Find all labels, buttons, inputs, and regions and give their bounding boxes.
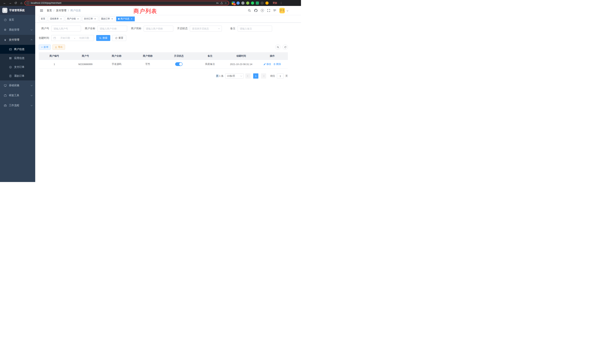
refresh-table-button[interactable]	[283, 44, 288, 50]
sidebar-item-home[interactable]: 首页	[0, 15, 35, 25]
tab-home[interactable]: 首页	[39, 17, 47, 21]
extension-green-icon[interactable]	[251, 1, 254, 5]
browser-reload-button[interactable]	[13, 0, 19, 6]
search-button[interactable]: 搜索	[96, 35, 110, 41]
breadcrumb-merchant-info: 商户信息	[70, 9, 81, 12]
tags-view: 首页 流程表单 用户分组 支付订单 退款订单 商户信息	[35, 15, 301, 23]
monitor-icon	[4, 84, 7, 87]
goto-page-input[interactable]	[277, 74, 283, 78]
chevron-up-icon	[31, 39, 33, 41]
tab-process-form[interactable]: 流程表单	[48, 17, 64, 21]
start-date-placeholder[interactable]: 开始日期	[57, 36, 73, 40]
close-icon[interactable]	[111, 18, 113, 20]
table-row: 1 M233666999 芋道源码 芋艿 我是备注 2021-10-23 08:…	[39, 60, 288, 69]
browser-update-button[interactable]: 更新	[271, 1, 279, 5]
refresh-icon	[115, 37, 118, 39]
sidebar-item-merchant-info[interactable]: 商户信息	[0, 45, 35, 54]
page-size-select[interactable]: 10条/页	[225, 73, 244, 79]
grid-icon	[9, 57, 12, 60]
edit-button[interactable]: 修改	[264, 63, 271, 66]
refresh-icon	[284, 46, 287, 48]
sidebar-item-pay-order[interactable]: 支付订单	[0, 63, 35, 72]
close-icon[interactable]	[94, 18, 96, 20]
chevron-down-icon	[31, 104, 33, 106]
sidebar-item-workflow[interactable]: 工作流程	[0, 100, 35, 110]
extension-blue-icon[interactable]	[236, 1, 240, 5]
status-toggle[interactable]	[175, 62, 183, 66]
browser-home-button[interactable]: ⌂	[19, 0, 24, 6]
sidebar-item-refund-order[interactable]: 退款订单	[0, 72, 35, 80]
close-icon[interactable]	[130, 18, 133, 20]
cell-full-name: 芋道源码	[101, 60, 132, 68]
toggle-search-button[interactable]	[275, 44, 280, 50]
extension-avatar-icon[interactable]	[246, 1, 249, 5]
password-key-icon[interactable]	[216, 2, 219, 4]
search-icon[interactable]	[248, 9, 251, 12]
next-page-button[interactable]	[261, 73, 266, 79]
annotation-title: 商户列表	[133, 7, 157, 15]
delete-button[interactable]: 删除	[273, 63, 281, 66]
close-icon[interactable]	[77, 18, 79, 20]
share-icon[interactable]	[220, 2, 223, 4]
cell-remark: 我是备注	[194, 60, 226, 68]
logo-avatar	[2, 8, 7, 13]
merchant-no-input[interactable]	[54, 27, 79, 30]
font-size-icon[interactable]: TT	[273, 9, 276, 12]
user-avatar[interactable]	[279, 8, 285, 13]
browser-forward-button[interactable]: →	[7, 0, 13, 6]
page-number-button[interactable]: 1	[253, 73, 258, 79]
tab-merchant-info[interactable]: 商户信息	[116, 17, 135, 21]
app-logo[interactable]: 芋道管理系统	[0, 6, 35, 15]
site-info-icon[interactable]: i	[27, 2, 29, 4]
page-content: 商户号 商户全称 商户简称 开启状态	[39, 23, 288, 79]
address-bar[interactable]: i localhost:1024/pay/merchant ☆	[24, 1, 229, 5]
status-select[interactable]	[190, 26, 222, 32]
bookmark-star-icon[interactable]: ☆	[225, 1, 227, 4]
tab-user-group[interactable]: 用户分组	[65, 17, 81, 21]
export-button[interactable]: 导出	[53, 44, 65, 50]
calendar-icon	[53, 37, 56, 39]
merchant-table: 商户编号 商户号 商户全称 商户简称 开启状态 备注 创建时间 操作 1 M23…	[39, 52, 288, 69]
sidebar: 芋道管理系统 首页 ⚙ 系统管理 ¥ 支付管理	[0, 6, 35, 182]
end-date-placeholder[interactable]: 结束日期	[76, 36, 92, 40]
gear-icon: ⚙	[4, 28, 7, 32]
sidebar-item-app-info[interactable]: 应用信息	[0, 54, 35, 63]
github-icon[interactable]	[254, 9, 258, 12]
tab-pay-order[interactable]: 支付订单	[82, 17, 98, 21]
remark-input[interactable]	[240, 27, 270, 30]
help-icon[interactable]: ?	[261, 9, 264, 12]
browser-back-button[interactable]: ←	[2, 0, 7, 6]
search-icon	[277, 46, 279, 48]
profile-icon[interactable]	[265, 1, 269, 5]
reset-button[interactable]: 重置	[112, 35, 126, 41]
sidebar-item-infrastructure[interactable]: 基础设施	[0, 80, 35, 90]
sidebar-item-system[interactable]: ⚙ 系统管理	[0, 25, 35, 35]
add-button[interactable]: + 新增	[39, 44, 51, 50]
prev-page-button[interactable]	[245, 73, 251, 79]
fullscreen-icon[interactable]	[267, 9, 270, 12]
pagination: 共 1 条 10条/页 1 前往 页	[39, 73, 288, 79]
trash-icon	[273, 63, 276, 65]
sidebar-item-dev-tools[interactable]: 研发工具	[0, 90, 35, 100]
hamburger-icon[interactable]	[38, 9, 45, 12]
avatar-caret-icon[interactable]	[287, 10, 288, 11]
close-icon[interactable]	[60, 18, 62, 20]
extension-gray-icon[interactable]	[241, 1, 245, 5]
date-range-picker[interactable]: 开始日期 - 结束日期	[51, 35, 94, 41]
extension-green-square-icon[interactable]	[256, 1, 259, 5]
breadcrumb-home[interactable]: 首页	[47, 9, 52, 12]
tab-refund-order[interactable]: 退款订单	[99, 17, 115, 21]
app-title: 芋道管理系统	[9, 9, 25, 12]
extension-puzzle-icon[interactable]: 10	[232, 1, 235, 5]
status-label: 开启状态	[177, 27, 190, 30]
extension-pin-icon[interactable]	[261, 1, 264, 5]
active-dot-icon	[118, 18, 119, 20]
browser-menu-icon[interactable]: ⋮	[280, 1, 282, 4]
short-name-input[interactable]	[146, 27, 171, 30]
sidebar-item-payment[interactable]: ¥ 支付管理	[0, 35, 35, 45]
payment-submenu: 商户信息 应用信息 支付订单	[0, 45, 35, 80]
url-text[interactable]: localhost:1024/pay/merchant	[31, 2, 61, 4]
reload-icon	[14, 2, 17, 4]
breadcrumb-payment[interactable]: 支付管理	[56, 9, 66, 12]
full-name-input[interactable]	[100, 27, 125, 30]
